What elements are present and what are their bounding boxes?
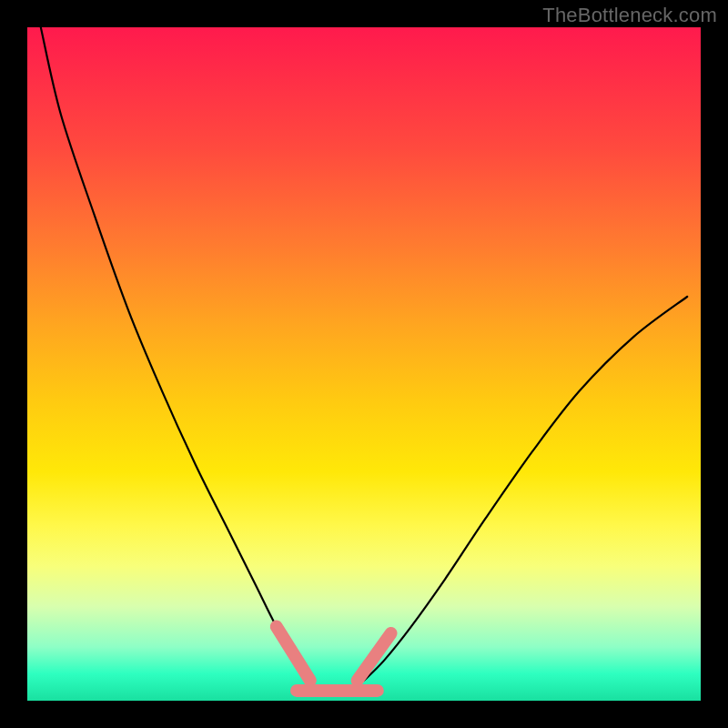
chart-frame: TheBottleneck.com — [0, 0, 728, 728]
curve-layer — [27, 27, 701, 701]
marker-right — [358, 633, 391, 681]
plot-area — [27, 27, 701, 701]
marker-left — [277, 627, 310, 681]
left-curve — [41, 27, 310, 681]
watermark-text: TheBottleneck.com — [542, 4, 717, 27]
right-curve — [364, 297, 687, 681]
